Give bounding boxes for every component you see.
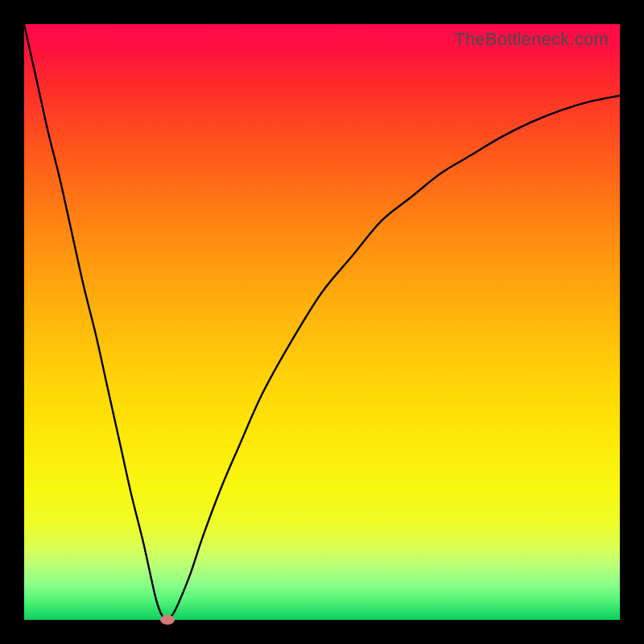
plot-area: TheBottleneck.com [24, 24, 620, 620]
bottleneck-curve [24, 24, 620, 620]
chart-frame: TheBottleneck.com [0, 0, 644, 644]
minimum-marker [160, 615, 175, 625]
